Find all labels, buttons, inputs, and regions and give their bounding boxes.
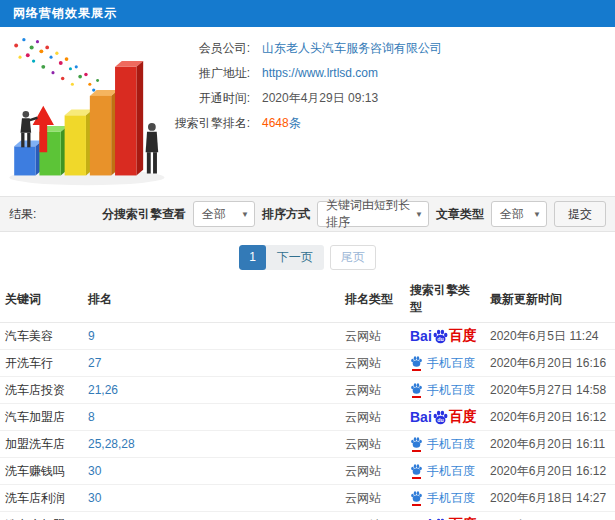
bar-orange [90, 90, 118, 175]
rank-cell[interactable]: 27 [83, 350, 340, 377]
type-filter-select[interactable]: 全部 ▼ [491, 201, 547, 227]
bar-chart-illustration [2, 30, 167, 190]
baidu-pc-logo: Bai du 百度 [410, 408, 477, 426]
page: 网络营销效果展示 [0, 0, 615, 520]
sort-filter-label: 排序方式 [262, 206, 310, 223]
rank-type-cell: 云网站 [340, 377, 405, 404]
engine-filter-label: 分搜索引擎查看 [102, 206, 186, 223]
results-table-body: 汽车美容 9 云网站 Bai du 百度 [0, 323, 615, 520]
results-table-head: 关键词 排名 排名类型 搜索引擎类型 最新更新时间 [0, 276, 615, 323]
baidu-mobile-logo: 手机百度 [410, 382, 475, 399]
pagination-current-page[interactable]: 1 [239, 245, 266, 270]
baidu-paw-icon: du [432, 409, 449, 426]
keyword-cell: 汽车美容 [0, 323, 83, 350]
chevron-down-icon: ▼ [415, 210, 423, 219]
bar-yellow [65, 110, 93, 176]
result-label: 结果: [9, 206, 36, 223]
rank-cell[interactable]: 3 [83, 512, 340, 520]
baidu-mobile-logo: 手机百度 [410, 355, 475, 372]
baidu-paw-icon: du [432, 328, 449, 345]
engine-rank-unit: 条 [289, 116, 301, 130]
baidu-suffix: 百度 [449, 327, 477, 345]
baidu-prefix: Bai [410, 409, 432, 425]
rank-cell[interactable]: 9 [83, 323, 340, 350]
engine-filter-select[interactable]: 全部 ▼ [193, 201, 255, 227]
updated-cell: 2020年6月18日 14:27 [485, 485, 615, 512]
rank-cell[interactable]: 21,26 [83, 377, 340, 404]
rank-type-cell: 云网站 [340, 323, 405, 350]
baidu-mobile-label: 手机百度 [427, 463, 475, 480]
engine-cell: 手机百度 [405, 485, 485, 512]
baidu-mobile-paw-icon [410, 436, 423, 452]
table-row: 洗车店投资 21,26 云网站 [0, 377, 615, 404]
baidu-paw-du-text: du [437, 335, 443, 341]
header-keyword: 关键词 [0, 276, 83, 323]
page-title: 网络营销效果展示 [13, 5, 117, 22]
pagination: 1 下一页 尾页 [0, 245, 615, 270]
keyword-cell: 洗车店投资 [0, 377, 83, 404]
engine-rank-count: 4648 [262, 116, 289, 130]
updated-cell: 2020年6月18日 14:30 [485, 512, 615, 520]
promo-url-link[interactable]: https://www.lrtlsd.com [262, 66, 378, 80]
keyword-cell: 汽车加盟店 [0, 404, 83, 431]
member-company-link[interactable]: 山东老人头汽车服务咨询有限公司 [262, 40, 442, 57]
pagination-group: 1 下一页 [239, 245, 324, 270]
rank-type-cell: 云网站 [340, 458, 405, 485]
table-row: 开洗车行 27 云网站 [0, 350, 615, 377]
engine-cell: Bai du 百度 [405, 512, 485, 520]
rank-cell[interactable]: 8 [83, 404, 340, 431]
chevron-down-icon: ▼ [241, 210, 249, 219]
baidu-mobile-label: 手机百度 [427, 382, 475, 399]
header-rank: 排名 [83, 276, 340, 323]
baidu-mobile-logo: 手机百度 [410, 436, 475, 453]
baidu-mobile-underline [412, 477, 421, 479]
baidu-mobile-underline [412, 369, 421, 371]
rank-type-cell: 云网站 [340, 512, 405, 520]
baidu-mobile-underline [412, 504, 421, 506]
rank-cell[interactable]: 30 [83, 458, 340, 485]
baidu-pc-logo: Bai du 百度 [410, 327, 477, 345]
type-filter-value: 全部 [500, 206, 524, 223]
member-company-label: 会员公司: [162, 40, 250, 57]
baidu-paw-du-text: du [437, 416, 443, 422]
updated-cell: 2020年6月5日 11:24 [485, 323, 615, 350]
chevron-down-icon: ▼ [533, 210, 541, 219]
baidu-pc-logo: Bai du 百度 [410, 516, 477, 520]
baidu-mobile-logo: 手机百度 [410, 490, 475, 507]
filter-controls: 分搜索引擎查看 全部 ▼ 排序方式 关键词由短到长排序 ▼ 文章类型 全部 ▼ … [102, 201, 606, 227]
promo-url-label: 推广地址: [162, 65, 250, 82]
baidu-mobile-underline [412, 450, 421, 452]
header-engine-type: 搜索引擎类型 [405, 276, 485, 323]
open-time-value: 2020年4月29日 09:13 [262, 90, 378, 107]
engine-filter-value: 全部 [202, 206, 226, 223]
table-row: 汽车加盟店 8 云网站 Bai du 百度 [0, 404, 615, 431]
top-bar: 网络营销效果展示 [0, 0, 615, 27]
baidu-mobile-logo: 手机百度 [410, 463, 475, 480]
pagination-last-button[interactable]: 尾页 [330, 245, 376, 270]
updated-cell: 2020年5月27日 14:58 [485, 377, 615, 404]
businessman-right [146, 123, 159, 173]
keyword-cell: 开洗车行 [0, 350, 83, 377]
engine-cell: 手机百度 [405, 458, 485, 485]
baidu-mobile-underline [412, 396, 421, 398]
submit-button[interactable]: 提交 [554, 201, 606, 227]
pagination-next-button[interactable]: 下一页 [266, 245, 324, 270]
engine-rank-label: 搜索引擎排名: [162, 115, 250, 132]
baidu-mobile-paw-icon [410, 463, 423, 479]
type-filter-label: 文章类型 [436, 206, 484, 223]
sort-filter-select[interactable]: 关键词由短到长排序 ▼ [317, 201, 429, 227]
table-row: 洗车店加盟 3 云网站 Bai du 百度 [0, 512, 615, 520]
baidu-mobile-paw-icon [410, 382, 423, 398]
baidu-suffix: 百度 [449, 408, 477, 426]
results-table: 关键词 排名 排名类型 搜索引擎类型 最新更新时间 汽车美容 9 云网站 Bai [0, 276, 615, 520]
rank-cell[interactable]: 30 [83, 485, 340, 512]
updated-cell: 2020年6月20日 16:12 [485, 458, 615, 485]
table-row: 洗车店利润 30 云网站 [0, 485, 615, 512]
baidu-paw-icon: du [432, 517, 449, 520]
rank-cell[interactable]: 25,28,28 [83, 431, 340, 458]
updated-cell: 2020年6月20日 16:11 [485, 431, 615, 458]
bar-red [115, 61, 143, 175]
updated-cell: 2020年6月20日 16:16 [485, 350, 615, 377]
baidu-mobile-label: 手机百度 [427, 355, 475, 372]
confetti-dots [14, 38, 99, 92]
